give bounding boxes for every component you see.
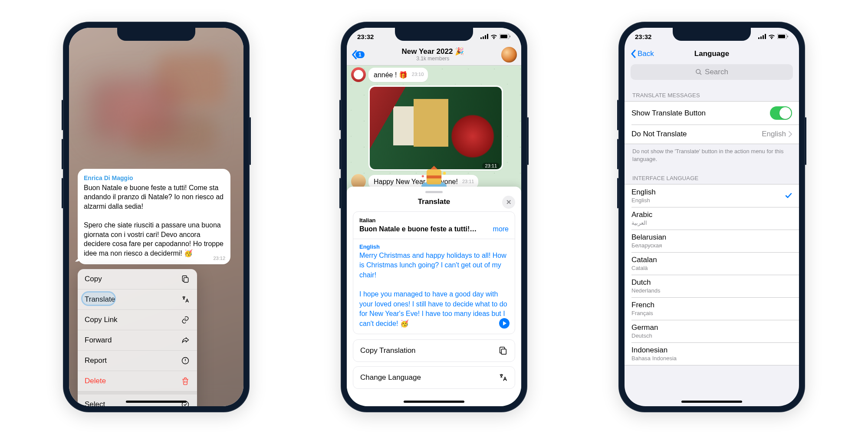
menu-label: Forward <box>85 336 112 345</box>
section-header-interface: INTERFACE LANGUAGE <box>625 163 799 184</box>
svg-rect-5 <box>485 35 486 39</box>
show-translate-switch[interactable] <box>770 106 792 120</box>
language-row[interactable]: Arabicالعربية <box>625 207 799 230</box>
svg-rect-16 <box>758 37 760 39</box>
phone-frame-3: 23:32 Back Language Search TRANSLATE MES… <box>618 22 805 412</box>
language-row[interactable]: FrenchFrançais <box>625 297 799 320</box>
chat-subtitle: 3.1k members <box>367 56 499 62</box>
svg-rect-15 <box>501 349 506 354</box>
chat-avatar[interactable] <box>501 47 517 62</box>
message-sender: Enrica Di Maggio <box>84 174 224 182</box>
notch <box>673 28 751 41</box>
translate-icon <box>498 373 508 382</box>
message-list[interactable]: année ! 🎁 23:10 23:11 Happy New Year eve… <box>347 66 521 187</box>
menu-translate[interactable]: Translate <box>78 289 197 310</box>
close-icon: ✕ <box>506 198 512 206</box>
language-row[interactable]: DutchNederlands <box>625 275 799 297</box>
home-indicator <box>681 401 742 403</box>
interface-language-list: EnglishEnglishArabicالعربيةBelarusianБел… <box>625 184 799 365</box>
copy-translation-button[interactable]: Copy Translation <box>353 339 515 362</box>
menu-label: Delete <box>85 377 106 385</box>
language-native: Bahasa Indonesia <box>631 355 677 362</box>
menu-label: Report <box>85 356 107 365</box>
svg-rect-18 <box>763 35 764 39</box>
source-text: Buon Natale e buone feste a tutti!… <box>359 224 489 234</box>
menu-delete[interactable]: Delete <box>78 371 197 391</box>
menu-label: Copy <box>85 275 102 283</box>
section-footer: Do not show the 'Translate' button in th… <box>625 144 799 163</box>
row-label: Show Translate Button <box>631 109 706 118</box>
sender-avatar[interactable] <box>351 174 366 187</box>
svg-rect-3 <box>480 37 482 39</box>
svg-rect-12 <box>427 176 441 179</box>
forward-icon <box>181 335 190 345</box>
message-text: Buon Natale e buone feste a tutti! Come … <box>84 183 224 262</box>
language-native: Català <box>631 265 648 271</box>
menu-report[interactable]: Report <box>78 351 197 371</box>
translate-icon <box>181 295 190 304</box>
chat-title-block[interactable]: New Year 2022 🎉 3.1k members <box>367 47 499 62</box>
home-indicator <box>126 401 187 403</box>
menu-separator <box>78 391 197 395</box>
language-row[interactable]: IndonesianBahasa Indonesia <box>625 342 799 365</box>
message-bubble[interactable]: Enrica Di Maggio Buon Natale e buone fes… <box>78 169 230 264</box>
close-button[interactable]: ✕ <box>502 196 515 209</box>
language-name: Arabic <box>631 210 652 219</box>
photo-message[interactable]: 23:11 <box>368 85 503 171</box>
svg-point-13 <box>443 172 446 175</box>
svg-rect-6 <box>487 34 488 39</box>
language-row[interactable]: BelarusianБеларуская <box>625 230 799 252</box>
svg-rect-22 <box>787 36 788 37</box>
translate-sheet: Translate ✕ Italian Buon Natale e buone … <box>347 187 521 406</box>
action-label: Change Language <box>360 373 421 382</box>
change-language-button[interactable]: Change Language <box>353 366 515 389</box>
sheet-handle[interactable] <box>425 191 443 193</box>
notch <box>117 28 195 41</box>
do-not-translate-row[interactable]: Do Not Translate English <box>625 125 799 144</box>
language-row[interactable]: CatalanCatalà <box>625 252 799 275</box>
more-button[interactable]: more <box>493 224 509 234</box>
checkmark-icon <box>785 193 792 199</box>
context-menu: Copy Translate Copy Link Forward Report <box>78 269 197 406</box>
language-native: العربية <box>631 220 647 226</box>
menu-forward[interactable]: Forward <box>78 330 197 351</box>
show-translate-row[interactable]: Show Translate Button <box>625 102 799 125</box>
menu-copy[interactable]: Copy <box>78 269 197 289</box>
language-row[interactable]: GermanDeutsch <box>625 320 799 342</box>
search-icon <box>695 69 702 76</box>
photo-attachment <box>370 87 502 169</box>
menu-label: Translate <box>85 295 115 304</box>
sheet-title: Translate <box>418 197 450 206</box>
action-label: Copy Translation <box>360 346 416 355</box>
svg-point-23 <box>696 69 700 73</box>
message-text: année ! 🎁 <box>374 71 408 79</box>
back-button[interactable]: Back <box>631 49 654 58</box>
signal-icon <box>758 34 766 39</box>
sender-avatar[interactable] <box>351 67 366 82</box>
language-native: Беларуская <box>631 242 662 249</box>
signal-icon <box>480 34 488 39</box>
search-input[interactable]: Search <box>631 64 793 80</box>
back-button[interactable]: 1 <box>351 50 365 59</box>
svg-rect-8 <box>500 35 507 38</box>
message-bubble[interactable]: année ! 🎁 23:10 <box>368 68 428 82</box>
message-time: 23:11 <box>462 179 474 184</box>
row-value: English <box>762 130 786 138</box>
menu-label: Select <box>85 400 105 406</box>
copy-icon <box>181 274 190 284</box>
phone-frame-1: Enrica Di Maggio Buon Natale e buone fes… <box>63 22 250 412</box>
language-native: Français <box>631 310 653 316</box>
translate-settings-list: Show Translate Button Do Not Translate E… <box>625 101 799 144</box>
language-name: French <box>631 301 654 309</box>
row-label: Do Not Translate <box>631 130 687 138</box>
chat-title: New Year 2022 🎉 <box>367 47 499 56</box>
menu-copy-link[interactable]: Copy Link <box>78 310 197 330</box>
language-row[interactable]: EnglishEnglish <box>625 184 799 207</box>
message-time: 23:10 <box>412 72 424 77</box>
phone-frame-2: 23:32 1 New Year 2022 🎉 3.1k members <box>341 22 527 412</box>
message-time: 23:11 <box>482 163 500 169</box>
speak-button[interactable] <box>499 318 510 329</box>
language-name: Belarusian <box>631 233 666 242</box>
wifi-icon <box>768 34 775 39</box>
sticker[interactable] <box>414 166 454 187</box>
